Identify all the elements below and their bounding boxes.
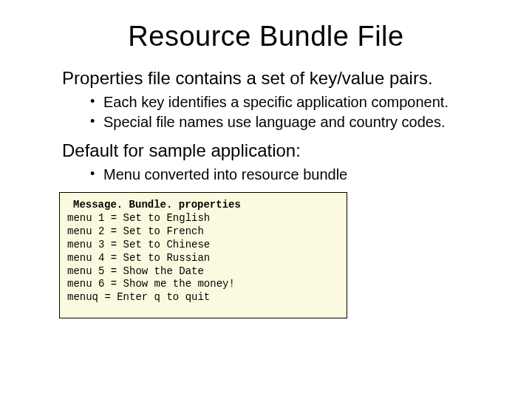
code-header: Message. Bundle. properties	[73, 199, 339, 212]
section1-heading: Properties file contains a set of key/va…	[62, 67, 488, 89]
body: Properties file contains a set of key/va…	[62, 67, 488, 318]
list-item: Special file names use language and coun…	[90, 112, 488, 132]
slide: Resource Bundle File Properties file con…	[0, 0, 532, 333]
code-line: menu 5 = Show the Date	[67, 265, 339, 279]
code-line: menu 2 = Set to French	[67, 225, 339, 239]
section2-heading: Default for sample application:	[62, 140, 488, 162]
code-line: menuq = Enter q to quit	[67, 291, 339, 304]
code-line: menu 1 = Set to English	[67, 212, 339, 225]
code-box: Message. Bundle. properties menu 1 = Set…	[59, 192, 347, 318]
list-item: Each key identifies a specific applicati…	[90, 92, 488, 112]
code-line: menu 6 = Show me the money!	[67, 278, 339, 291]
code-line: menu 4 = Set to Russian	[67, 252, 339, 265]
list-item: Menu converted into resource bundle	[90, 165, 488, 185]
code-line: menu 3 = Set to Chinese	[67, 239, 339, 252]
section2-bullets: Menu converted into resource bundle	[90, 165, 488, 185]
section1-bullets: Each key identifies a specific applicati…	[90, 92, 488, 132]
page-title: Resource Bundle File	[44, 21, 488, 52]
